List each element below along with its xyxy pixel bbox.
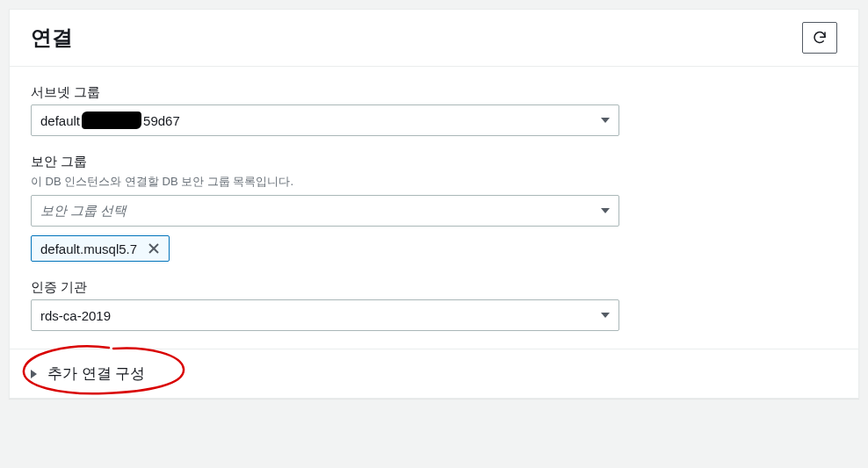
remove-token-button[interactable] [146, 241, 162, 256]
security-group-description: 이 DB 인스턴스와 연결할 DB 보안 그룹 목록입니다. [31, 174, 837, 190]
certificate-authority-value: rds-ca-2019 [40, 308, 111, 323]
security-group-token-label: default.musql5.7 [40, 241, 137, 256]
security-group-field: 보안 그룹 이 DB 인스턴스와 연결할 DB 보안 그룹 목록입니다. 보안 … [31, 154, 837, 262]
caret-down-icon [601, 208, 610, 213]
redacted-text [82, 112, 141, 129]
additional-configuration-expander[interactable]: 추가 연결 구성 [10, 349, 858, 398]
certificate-authority-label: 인증 기관 [31, 279, 837, 296]
caret-down-icon [601, 118, 610, 123]
security-group-label: 보안 그룹 [31, 154, 837, 170]
caret-right-icon [31, 370, 37, 378]
certificate-authority-select-wrapper: rds-ca-2019 [31, 299, 619, 331]
security-group-select-wrapper: 보안 그룹 선택 [31, 195, 619, 227]
refresh-button[interactable] [802, 22, 837, 54]
close-icon [148, 243, 159, 254]
security-group-token: default.musql5.7 [31, 235, 170, 262]
refresh-icon [812, 30, 828, 46]
subnet-group-select[interactable]: default 59d67 [31, 104, 619, 136]
subnet-group-value-suffix: 59d67 [143, 113, 180, 128]
caret-down-icon [601, 313, 610, 318]
security-group-select[interactable]: 보안 그룹 선택 [31, 195, 619, 227]
certificate-authority-select[interactable]: rds-ca-2019 [31, 299, 619, 331]
subnet-group-field: 서브넷 그룹 default 59d67 [31, 84, 837, 136]
panel-title: 연결 [31, 24, 73, 52]
additional-configuration-label: 추가 연결 구성 [47, 364, 145, 384]
panel-body: 서브넷 그룹 default 59d67 보안 그룹 이 DB 인스턴스와 연결… [10, 67, 858, 398]
subnet-group-value-prefix: default [40, 113, 80, 128]
security-group-placeholder: 보안 그룹 선택 [40, 203, 127, 220]
subnet-group-select-wrapper: default 59d67 [31, 104, 619, 136]
connectivity-panel: 연결 서브넷 그룹 default 59d67 보안 그룹 이 DB 인스턴스와… [9, 9, 859, 399]
certificate-authority-field: 인증 기관 rds-ca-2019 [31, 279, 837, 331]
subnet-group-label: 서브넷 그룹 [31, 84, 837, 101]
panel-header: 연결 [10, 10, 858, 67]
